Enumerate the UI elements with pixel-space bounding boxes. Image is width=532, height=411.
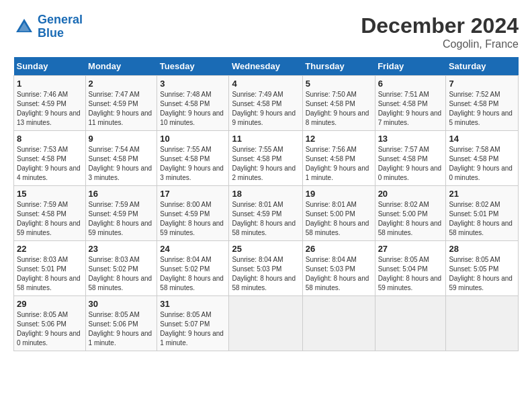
calendar-cell: 10 Sunrise: 7:55 AM Sunset: 4:58 PM Dayl… xyxy=(157,131,229,186)
day-number: 13 xyxy=(378,134,443,144)
day-number: 25 xyxy=(232,244,299,254)
day-info: Sunrise: 7:46 AM Sunset: 4:59 PM Dayligh… xyxy=(17,90,83,128)
calendar-cell: 30 Sunrise: 8:05 AM Sunset: 5:06 PM Dayl… xyxy=(85,296,157,351)
title-block: December 2024 Cogolin, France xyxy=(361,13,519,50)
day-number: 26 xyxy=(306,244,372,254)
day-header-sunday: Sunday xyxy=(14,57,86,76)
day-number: 16 xyxy=(89,189,154,199)
logo-icon xyxy=(13,16,35,38)
day-number: 8 xyxy=(17,134,83,144)
logo: General Blue xyxy=(13,13,83,40)
day-number: 23 xyxy=(89,244,154,254)
day-header-tuesday: Tuesday xyxy=(157,57,229,76)
day-number: 10 xyxy=(160,134,226,144)
calendar-cell: 7 Sunrise: 7:52 AM Sunset: 4:58 PM Dayli… xyxy=(446,76,519,131)
day-number: 4 xyxy=(232,79,299,89)
day-header-friday: Friday xyxy=(375,57,446,76)
day-info: Sunrise: 7:54 AM Sunset: 4:58 PM Dayligh… xyxy=(89,145,154,183)
day-info: Sunrise: 8:03 AM Sunset: 5:02 PM Dayligh… xyxy=(89,255,154,293)
day-info: Sunrise: 7:49 AM Sunset: 4:58 PM Dayligh… xyxy=(232,90,299,128)
day-info: Sunrise: 7:56 AM Sunset: 4:58 PM Dayligh… xyxy=(306,145,372,183)
day-number: 21 xyxy=(449,189,515,199)
calendar-cell: 31 Sunrise: 8:05 AM Sunset: 5:07 PM Dayl… xyxy=(157,296,229,351)
calendar-cell xyxy=(229,296,302,351)
day-info: Sunrise: 8:00 AM Sunset: 4:59 PM Dayligh… xyxy=(160,200,226,238)
day-header-monday: Monday xyxy=(85,57,157,76)
calendar-cell: 23 Sunrise: 8:03 AM Sunset: 5:02 PM Dayl… xyxy=(85,241,157,296)
calendar-header-row: SundayMondayTuesdayWednesdayThursdayFrid… xyxy=(14,57,519,76)
day-number: 22 xyxy=(17,244,83,254)
day-info: Sunrise: 7:52 AM Sunset: 4:58 PM Dayligh… xyxy=(449,90,515,128)
calendar-cell: 16 Sunrise: 7:59 AM Sunset: 4:59 PM Dayl… xyxy=(85,186,157,241)
calendar-cell: 20 Sunrise: 8:02 AM Sunset: 5:00 PM Dayl… xyxy=(375,186,446,241)
calendar-cell: 9 Sunrise: 7:54 AM Sunset: 4:58 PM Dayli… xyxy=(85,131,157,186)
day-info: Sunrise: 7:51 AM Sunset: 4:58 PM Dayligh… xyxy=(378,90,443,128)
calendar-week-row: 29 Sunrise: 8:05 AM Sunset: 5:06 PM Dayl… xyxy=(14,296,519,351)
day-number: 2 xyxy=(89,79,154,89)
day-number: 9 xyxy=(89,134,154,144)
day-info: Sunrise: 7:58 AM Sunset: 4:58 PM Dayligh… xyxy=(449,145,515,183)
day-number: 31 xyxy=(160,299,226,309)
day-number: 1 xyxy=(17,79,83,89)
day-info: Sunrise: 8:03 AM Sunset: 5:01 PM Dayligh… xyxy=(17,255,83,293)
calendar-cell: 21 Sunrise: 8:02 AM Sunset: 5:01 PM Dayl… xyxy=(446,186,519,241)
day-number: 29 xyxy=(17,299,83,309)
calendar-cell: 19 Sunrise: 8:01 AM Sunset: 5:00 PM Dayl… xyxy=(302,186,375,241)
day-info: Sunrise: 7:47 AM Sunset: 4:59 PM Dayligh… xyxy=(89,90,154,128)
day-info: Sunrise: 7:55 AM Sunset: 4:58 PM Dayligh… xyxy=(232,145,299,183)
day-header-wednesday: Wednesday xyxy=(229,57,302,76)
day-number: 6 xyxy=(378,79,443,89)
calendar-cell: 8 Sunrise: 7:53 AM Sunset: 4:58 PM Dayli… xyxy=(14,131,86,186)
day-info: Sunrise: 7:59 AM Sunset: 4:58 PM Dayligh… xyxy=(17,200,83,238)
calendar-cell: 3 Sunrise: 7:48 AM Sunset: 4:58 PM Dayli… xyxy=(157,76,229,131)
calendar-cell: 14 Sunrise: 7:58 AM Sunset: 4:58 PM Dayl… xyxy=(446,131,519,186)
calendar-cell xyxy=(302,296,375,351)
calendar-cell: 26 Sunrise: 8:04 AM Sunset: 5:03 PM Dayl… xyxy=(302,241,375,296)
calendar-body: 1 Sunrise: 7:46 AM Sunset: 4:59 PM Dayli… xyxy=(14,76,519,351)
calendar-week-row: 22 Sunrise: 8:03 AM Sunset: 5:01 PM Dayl… xyxy=(14,241,519,296)
logo-text: General Blue xyxy=(38,13,83,40)
day-number: 7 xyxy=(449,79,515,89)
day-info: Sunrise: 8:04 AM Sunset: 5:03 PM Dayligh… xyxy=(306,255,372,293)
day-number: 30 xyxy=(89,299,154,309)
calendar-cell: 29 Sunrise: 8:05 AM Sunset: 5:06 PM Dayl… xyxy=(14,296,86,351)
main-title: December 2024 xyxy=(361,13,519,38)
page-header: General Blue December 2024 Cogolin, Fran… xyxy=(13,13,519,50)
calendar-cell: 18 Sunrise: 8:01 AM Sunset: 4:59 PM Dayl… xyxy=(229,186,302,241)
day-number: 24 xyxy=(160,244,226,254)
calendar-cell: 6 Sunrise: 7:51 AM Sunset: 4:58 PM Dayli… xyxy=(375,76,446,131)
subtitle: Cogolin, France xyxy=(361,38,519,50)
day-number: 18 xyxy=(232,189,299,199)
day-info: Sunrise: 8:05 AM Sunset: 5:06 PM Dayligh… xyxy=(17,310,83,348)
day-header-thursday: Thursday xyxy=(302,57,375,76)
calendar-cell: 1 Sunrise: 7:46 AM Sunset: 4:59 PM Dayli… xyxy=(14,76,86,131)
day-number: 14 xyxy=(449,134,515,144)
calendar-cell xyxy=(375,296,446,351)
day-info: Sunrise: 8:01 AM Sunset: 4:59 PM Dayligh… xyxy=(232,200,299,238)
day-info: Sunrise: 8:05 AM Sunset: 5:05 PM Dayligh… xyxy=(449,255,515,293)
day-info: Sunrise: 8:04 AM Sunset: 5:02 PM Dayligh… xyxy=(160,255,226,293)
calendar-cell: 22 Sunrise: 8:03 AM Sunset: 5:01 PM Dayl… xyxy=(14,241,86,296)
day-number: 12 xyxy=(306,134,372,144)
calendar-cell: 28 Sunrise: 8:05 AM Sunset: 5:05 PM Dayl… xyxy=(446,241,519,296)
day-info: Sunrise: 8:05 AM Sunset: 5:07 PM Dayligh… xyxy=(160,310,226,348)
day-number: 3 xyxy=(160,79,226,89)
day-header-saturday: Saturday xyxy=(446,57,519,76)
day-number: 19 xyxy=(306,189,372,199)
day-number: 20 xyxy=(378,189,443,199)
calendar-week-row: 1 Sunrise: 7:46 AM Sunset: 4:59 PM Dayli… xyxy=(14,76,519,131)
day-info: Sunrise: 8:02 AM Sunset: 5:01 PM Dayligh… xyxy=(449,200,515,238)
day-info: Sunrise: 8:02 AM Sunset: 5:00 PM Dayligh… xyxy=(378,200,443,238)
day-info: Sunrise: 7:59 AM Sunset: 4:59 PM Dayligh… xyxy=(89,200,154,238)
day-number: 27 xyxy=(378,244,443,254)
calendar-cell: 11 Sunrise: 7:55 AM Sunset: 4:58 PM Dayl… xyxy=(229,131,302,186)
day-info: Sunrise: 8:04 AM Sunset: 5:03 PM Dayligh… xyxy=(232,255,299,293)
day-info: Sunrise: 7:53 AM Sunset: 4:58 PM Dayligh… xyxy=(17,145,83,183)
calendar-cell xyxy=(446,296,519,351)
day-info: Sunrise: 7:57 AM Sunset: 4:58 PM Dayligh… xyxy=(378,145,443,183)
day-number: 17 xyxy=(160,189,226,199)
day-number: 15 xyxy=(17,189,83,199)
calendar-week-row: 8 Sunrise: 7:53 AM Sunset: 4:58 PM Dayli… xyxy=(14,131,519,186)
calendar-week-row: 15 Sunrise: 7:59 AM Sunset: 4:58 PM Dayl… xyxy=(14,186,519,241)
day-info: Sunrise: 7:48 AM Sunset: 4:58 PM Dayligh… xyxy=(160,90,226,128)
